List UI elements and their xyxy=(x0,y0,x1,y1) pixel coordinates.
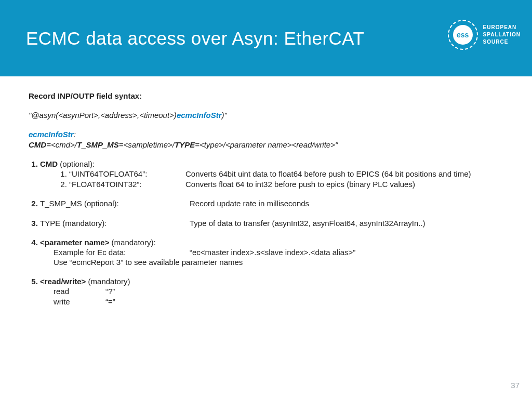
def-part: CMD xyxy=(29,140,46,149)
list-item-readwrite: <read/write> (mandatory) read “?” write … xyxy=(40,276,503,307)
rw-label: read xyxy=(54,286,105,296)
slide-title: ECMC data access over Asyn: EtherCAT xyxy=(0,28,364,49)
def-part: =<cmd>/ xyxy=(46,140,77,149)
list-item-type: TYPE (mandatory): Type of data to transf… xyxy=(40,218,503,228)
param-example-block: Example for Ec data: “ec<master index>.s… xyxy=(40,247,503,267)
def-part: TYPE xyxy=(175,140,195,149)
rw-label: write xyxy=(54,297,105,307)
sublist-item: “FLOAT64TOINT32”: Converts float 64 to i… xyxy=(69,179,503,189)
list-item-tsmpms: T_SMP_MS (optional): Record update rate … xyxy=(40,198,503,208)
item-name: TYPE xyxy=(40,219,60,228)
param-hint: Use “ecmcReport 3” to see available para… xyxy=(54,257,503,267)
item-note: (mandatory) xyxy=(86,277,130,286)
cmd-sublist: “UINT64TOFLOAT64”: Converts 64bit uint d… xyxy=(40,169,503,189)
org-line: EUROPEAN xyxy=(483,24,521,31)
item-desc: Record update rate in milliseconds xyxy=(190,198,309,208)
org-line: SOURCE xyxy=(483,38,521,46)
section-heading: Record INP/OUTP field syntax: xyxy=(29,91,503,101)
item-note: (mandatory): xyxy=(109,238,155,247)
slide-content: Record INP/OUTP field syntax: "@asyn(<as… xyxy=(0,76,532,307)
org-name: EUROPEAN SPALLATION SOURCE xyxy=(483,24,521,46)
list-item-paramname: <parameter name> (mandatory): Example fo… xyxy=(40,237,503,268)
item-name: T_SMP_MS xyxy=(40,199,82,208)
syntax-info: ecmcInfoStr xyxy=(177,111,222,119)
org-line: SPALLATION xyxy=(483,31,521,38)
sub-label: “UINT64TOFLOAT64”: xyxy=(69,169,185,179)
logo-icon: ess xyxy=(448,20,478,50)
info-colon: : xyxy=(74,130,76,139)
slide-header: ECMC data access over Asyn: EtherCAT ess… xyxy=(0,0,532,76)
logo-text: ess xyxy=(453,25,473,45)
item-name: <read/write> xyxy=(40,277,86,286)
item-name: <parameter name> xyxy=(40,238,109,247)
def-part: =<sampletime>/ xyxy=(119,140,175,149)
def-part: =<type>/<parameter name><read/write>" xyxy=(195,140,338,149)
sublist-item: “UINT64TOFLOAT64”: Converts 64bit uint d… xyxy=(69,169,503,179)
item-note: (optional): xyxy=(82,199,119,208)
sub-desc: Converts 64bit uint data to float64 befo… xyxy=(185,169,471,179)
parameter-list: CMD (optional): “UINT64TOFLOAT64”: Conve… xyxy=(29,159,503,307)
example-value: “ec<master index>.s<slave index>.<data a… xyxy=(190,247,355,257)
rw-value: “?” xyxy=(105,286,115,296)
syntax-suffix: )" xyxy=(222,111,227,119)
syntax-prefix: "@asyn(<asynPort>,<address>,<timeout>) xyxy=(29,111,177,119)
syntax-line: "@asyn(<asynPort>,<address>,<timeout>)ec… xyxy=(29,110,503,120)
rw-value: “=” xyxy=(105,297,115,307)
item-note: (mandatory): xyxy=(60,219,107,228)
info-heading: ecmcInfoStr xyxy=(29,130,74,139)
definition-line: CMD=<cmd>/T_SMP_MS=<sampletime>/TYPE=<ty… xyxy=(29,140,503,150)
item-desc: Type of data to transfer (asynInt32, asy… xyxy=(190,218,425,228)
def-part: T_SMP_MS xyxy=(77,140,119,149)
page-number: 37 xyxy=(511,381,520,390)
logo-block: ess EUROPEAN SPALLATION SOURCE xyxy=(448,20,521,50)
sub-label: “FLOAT64TOINT32”: xyxy=(69,179,185,189)
item-note: (optional): xyxy=(58,159,95,168)
example-label: Example for Ec data: xyxy=(54,247,190,257)
readwrite-block: read “?” write “=” xyxy=(40,286,503,306)
info-heading-row: ecmcInfoStr: xyxy=(29,129,503,139)
list-item-cmd: CMD (optional): “UINT64TOFLOAT64”: Conve… xyxy=(40,159,503,190)
item-name: CMD xyxy=(40,159,58,168)
sub-desc: Converts float 64 to int32 before push t… xyxy=(185,179,415,189)
